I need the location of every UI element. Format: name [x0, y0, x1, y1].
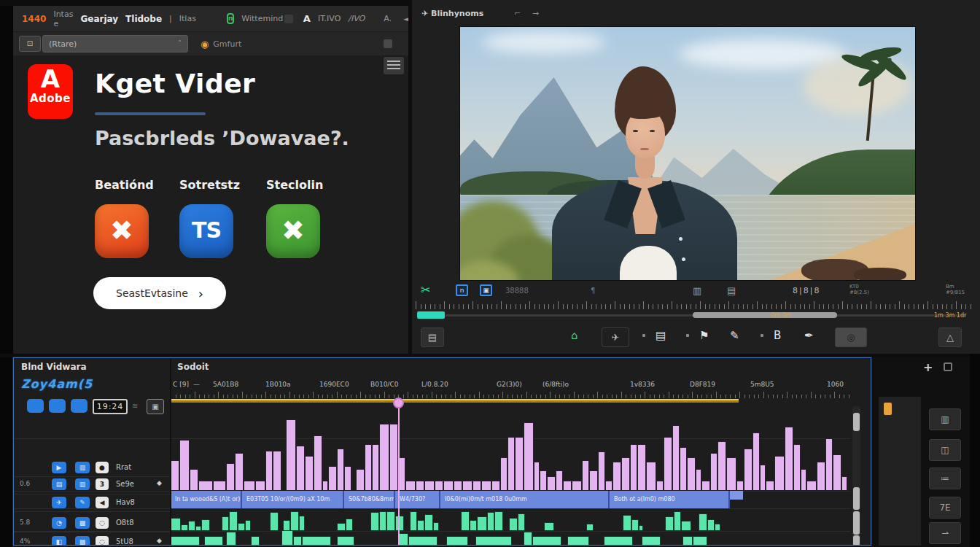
location-pen-icon[interactable]: ◎	[835, 327, 867, 347]
subtitle-segment[interactable]: E03T05 10/or/(0m9) aX 10m	[242, 491, 344, 508]
waveform-bar	[682, 536, 693, 546]
scrollbar-thumb[interactable]	[853, 413, 860, 431]
menu-item-2[interactable]: Gearjay	[80, 14, 118, 24]
menu-tail-icon[interactable]: A.	[384, 14, 392, 23]
work-area-bar[interactable]	[171, 399, 739, 403]
ruler-tick	[677, 304, 677, 309]
track-toggle-icon[interactable]: ▶	[52, 462, 66, 473]
menu-item-4[interactable]: Itlas	[179, 14, 196, 23]
scrollbar-thumb[interactable]	[853, 535, 860, 546]
track-toggle-icon[interactable]: ▩	[75, 517, 90, 529]
grid-icon[interactable]: ▥	[693, 285, 701, 296]
timecode-display[interactable]: 19:24	[93, 399, 128, 414]
caret-icon[interactable]: ˆ	[178, 40, 182, 48]
home-icon[interactable]: ⌂	[571, 329, 578, 342]
hero-panel: 1440 Intas e Gearjay Tlidobe | Itlas n W…	[13, 6, 408, 354]
arrow-button[interactable]: ⇀	[929, 522, 961, 544]
subtitle-segment[interactable]: I0&0(mi)0m/t m018 0u0mm	[440, 491, 610, 508]
overwrite-button[interactable]: ▣	[480, 284, 492, 296]
ruler-tick	[866, 304, 867, 309]
adobe-logo: A Adobe	[28, 64, 73, 119]
program-header-icons[interactable]: ⌐ →	[514, 9, 543, 18]
video-preview[interactable]	[459, 26, 916, 281]
panel-square-icon[interactable]	[944, 362, 952, 371]
track-toggle-icon[interactable]: ▩	[75, 536, 90, 546]
chat-icon[interactable]	[27, 399, 44, 413]
timeline-ruler[interactable]	[171, 392, 850, 398]
app-tile-icon[interactable]: ✖	[266, 204, 320, 258]
hamburger-menu-icon[interactable]	[384, 57, 404, 74]
subtitle-track-tail[interactable]	[730, 491, 743, 500]
search-input[interactable]	[42, 35, 188, 53]
mini-input[interactable]	[284, 15, 293, 23]
pen-icon[interactable]: ✒	[804, 329, 814, 342]
track-header-row[interactable]: 0.6▤▥3Se9e◆	[14, 477, 170, 493]
wittering-field-label[interactable]: Wittemind	[241, 14, 283, 23]
export-button[interactable]: △	[938, 327, 962, 347]
track-toggle-icon[interactable]: ✈	[52, 497, 66, 508]
ruler-tick	[365, 395, 366, 398]
subtitle-segment[interactable]: Both ot a(lm0) m080	[610, 491, 730, 508]
ruler-tick	[389, 395, 389, 398]
collapse-arrow-icon[interactable]: ◄	[403, 15, 408, 23]
horizontal-scrollbar[interactable]	[693, 312, 837, 318]
program-ruler[interactable]	[416, 300, 971, 309]
subtitle-track[interactable]: In ta wooed&S (A)t or)E03T05 10/or/(0m9)…	[171, 491, 730, 508]
video-waveform-clip[interactable]	[171, 409, 850, 491]
track-chip-icon[interactable]: 3	[96, 478, 109, 490]
code-button[interactable]: 7E	[929, 497, 961, 519]
track-toggle-icon[interactable]: ◔	[52, 517, 66, 529]
track-chip-icon[interactable]: ◀	[96, 497, 109, 508]
list-icon[interactable]: ▤	[656, 329, 666, 342]
track-chip-icon[interactable]: ◌	[96, 517, 109, 529]
subtitle-segment[interactable]: S0&7b80&8mm	[344, 491, 395, 508]
plane-tool-icon[interactable]: ✈	[602, 327, 629, 347]
insert-button[interactable]: n	[456, 284, 468, 296]
sync-icon[interactable]	[71, 399, 88, 413]
track-chip-icon[interactable]: ◌	[96, 536, 109, 546]
flag-pen-icon[interactable]: ⚑	[699, 329, 709, 342]
track-toggle-icon[interactable]: ◧	[52, 536, 66, 546]
marker-icon[interactable]: ✎	[730, 329, 739, 342]
track-header-row[interactable]: 5.8◔▩◌O8t8	[14, 516, 170, 532]
subtitle-segment[interactable]: In ta wooed&S (A)t or)	[171, 491, 242, 508]
green-app-icon[interactable]: n	[227, 13, 234, 24]
jacket-button	[682, 257, 685, 261]
rows-icon[interactable]: ▤	[727, 285, 736, 296]
get-started-button[interactable]: SeastEvtasine ›	[93, 277, 226, 309]
triple-icon-group[interactable]: 8|8|8	[793, 286, 820, 295]
track-toggle-icon[interactable]: ▤	[52, 478, 66, 490]
app-tile-icon[interactable]: TS	[179, 204, 233, 258]
track-header-row[interactable]: ✈✎◀Hav8	[14, 495, 170, 511]
badge-b-icon[interactable]: B	[774, 329, 781, 342]
razor-tool-icon[interactable]: ✂	[421, 283, 430, 297]
scrollbar-thumb[interactable]	[853, 511, 860, 535]
export-frame-button[interactable]: ▥	[929, 408, 961, 430]
track-toggle-icon[interactable]: ▥	[75, 462, 90, 473]
track-header-row[interactable]: ▶▥●Rrat	[14, 460, 170, 476]
in-point-marker[interactable]	[417, 311, 445, 319]
row2-right-box[interactable]	[384, 39, 392, 48]
clips-icon[interactable]	[49, 399, 66, 413]
monitor-toggle-button[interactable]: ▣	[147, 399, 164, 414]
track-toggle-icon[interactable]: ▥	[75, 478, 90, 490]
subtitle-segment[interactable]: W4/730?	[395, 491, 440, 508]
crop-button[interactable]: ◫	[929, 439, 961, 461]
audio-waveform-clip-2[interactable]	[171, 524, 850, 546]
add-panel-icon[interactable]: +	[923, 360, 933, 374]
para-icon[interactable]: ¶	[591, 287, 595, 295]
search-row: ⊡ ˆ ◉ Gmfurt	[13, 32, 408, 55]
track-toggle-icon[interactable]: ✎	[75, 497, 90, 508]
playhead-line[interactable]	[398, 403, 400, 546]
track-chip-icon[interactable]: ●	[96, 462, 109, 473]
filter-box-button[interactable]: ⊡	[19, 36, 41, 52]
menu-item-3[interactable]: Tlidobe	[125, 14, 162, 24]
playhead-handle[interactable]	[393, 397, 404, 408]
track-header-row[interactable]: 4%◧▩◌5tU8◆	[14, 535, 170, 546]
list-button[interactable]: ≔	[929, 468, 961, 489]
app-tile-icon[interactable]: ✖	[95, 204, 149, 258]
panel-menu-button[interactable]: ▤	[421, 327, 444, 347]
menu-item-1[interactable]: Intas e	[53, 9, 73, 28]
ruler-tick	[583, 395, 584, 398]
scrollbar-thumb[interactable]	[853, 487, 860, 510]
